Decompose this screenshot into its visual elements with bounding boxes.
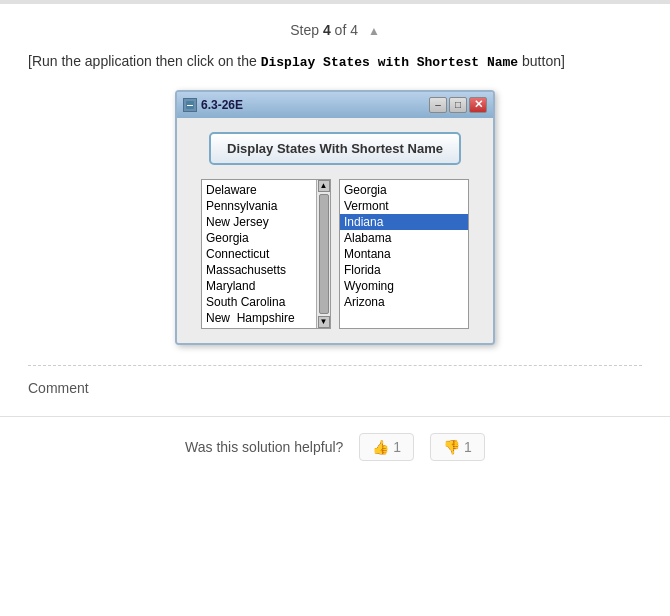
sim-titlebar-left: 6.3-26E [183, 98, 243, 112]
sim-titlebar-buttons: – □ ✕ [429, 97, 487, 113]
helpful-label: Was this solution helpful? [185, 439, 343, 455]
list-item[interactable]: Montana [340, 246, 468, 262]
instruction-prefix: [Run the application then click on the [28, 53, 261, 69]
list-item[interactable]: Delaware [202, 182, 316, 198]
thumbs-up-button[interactable]: 👍 1 [359, 433, 414, 461]
instruction-suffix: button] [518, 53, 565, 69]
list-item[interactable]: Vermont [340, 198, 468, 214]
chevron-up-icon[interactable]: ▲ [368, 24, 380, 38]
minimize-button[interactable]: – [429, 97, 447, 113]
thumbs-up-icon: 👍 [372, 439, 389, 455]
svg-rect-1 [187, 105, 193, 106]
helpful-section: Was this solution helpful? 👍 1 👎 1 [0, 417, 670, 477]
comment-link[interactable]: Comment [28, 380, 89, 396]
list-item[interactable]: Vermont [202, 326, 316, 329]
display-states-button[interactable]: Display States With Shortest Name [209, 132, 461, 165]
list-item[interactable]: Pennsylvania [202, 198, 316, 214]
sim-app-icon [183, 98, 197, 112]
list-item[interactable]: Indiana [340, 214, 468, 230]
left-listbox[interactable]: Delaware Pennsylvania New Jersey Georgia… [201, 179, 331, 329]
list-item[interactable]: Georgia [340, 182, 468, 198]
instruction-code: Display States with Shortest Name [261, 55, 518, 70]
list-item[interactable]: Wyoming [340, 278, 468, 294]
thumbs-up-count: 1 [393, 439, 401, 455]
instruction-text: [Run the application then click on the D… [0, 50, 670, 90]
list-item[interactable]: Florida [340, 262, 468, 278]
list-item[interactable]: South Carolina [202, 294, 316, 310]
step-number: 4 [323, 22, 331, 38]
sim-title-text: 6.3-26E [201, 98, 243, 112]
thumbs-down-count: 1 [464, 439, 472, 455]
list-item[interactable]: New Hampshire [202, 310, 316, 326]
sim-window-wrapper: 6.3-26E – □ ✕ Display States With Shorte… [0, 90, 670, 365]
list-item[interactable]: Alabama [340, 230, 468, 246]
thumbs-down-button[interactable]: 👎 1 [430, 433, 485, 461]
list-item[interactable]: Connecticut [202, 246, 316, 262]
sim-listboxes: Delaware Pennsylvania New Jersey Georgia… [187, 179, 483, 329]
scroll-down-button[interactable]: ▼ [318, 316, 330, 328]
comment-section: Comment [0, 366, 670, 416]
right-listbox-inner: Georgia Vermont Indiana Alabama Montana … [340, 180, 468, 312]
of-label: of [335, 22, 347, 38]
scroll-up-button[interactable]: ▲ [318, 180, 330, 192]
close-button[interactable]: ✕ [469, 97, 487, 113]
right-listbox[interactable]: Georgia Vermont Indiana Alabama Montana … [339, 179, 469, 329]
step-total: 4 [350, 22, 358, 38]
sim-window: 6.3-26E – □ ✕ Display States With Shorte… [175, 90, 495, 345]
left-scrollbar: ▲ ▼ [316, 180, 330, 328]
step-label: Step [290, 22, 319, 38]
list-item[interactable]: Arizona [340, 294, 468, 310]
sim-titlebar: 6.3-26E – □ ✕ [177, 92, 493, 118]
list-item[interactable]: Georgia [202, 230, 316, 246]
thumbs-down-icon: 👎 [443, 439, 460, 455]
list-item[interactable]: New Jersey [202, 214, 316, 230]
step-header: Step 4 of 4 ▲ [0, 4, 670, 50]
left-listbox-inner: Delaware Pennsylvania New Jersey Georgia… [202, 180, 330, 329]
list-item[interactable]: Massachusetts [202, 262, 316, 278]
sim-body: Display States With Shortest Name Delawa… [177, 118, 493, 343]
scroll-thumb[interactable] [319, 194, 329, 314]
list-item[interactable]: Maryland [202, 278, 316, 294]
maximize-button[interactable]: □ [449, 97, 467, 113]
page-wrapper: Step 4 of 4 ▲ [Run the application then … [0, 0, 670, 477]
